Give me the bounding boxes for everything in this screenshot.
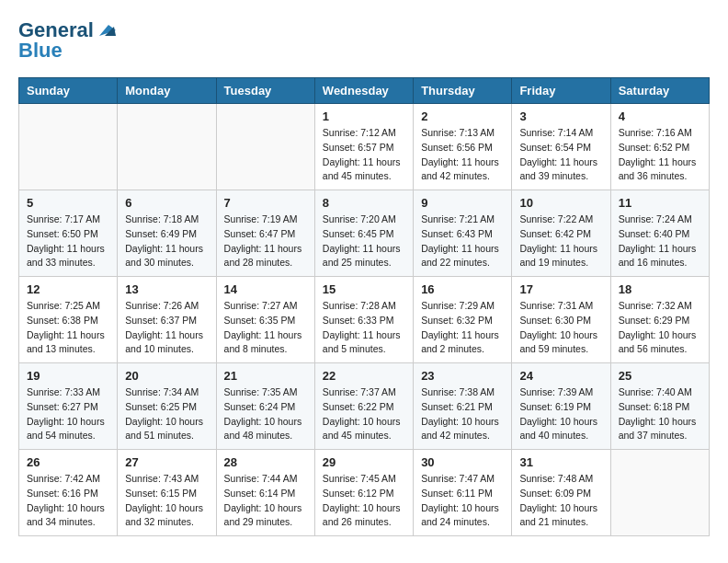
calendar-cell: 27Sunrise: 7:43 AM Sunset: 6:15 PM Dayli… — [118, 450, 216, 536]
day-header-monday: Monday — [118, 78, 216, 104]
calendar-cell: 17Sunrise: 7:31 AM Sunset: 6:30 PM Dayli… — [512, 277, 610, 363]
day-number: 28 — [224, 455, 307, 469]
day-number: 12 — [27, 282, 109, 296]
calendar-cell: 2Sunrise: 7:13 AM Sunset: 6:56 PM Daylig… — [414, 104, 512, 190]
calendar-cell: 13Sunrise: 7:26 AM Sunset: 6:37 PM Dayli… — [118, 277, 216, 363]
day-number: 19 — [27, 369, 109, 383]
day-info: Sunrise: 7:13 AM Sunset: 6:56 PM Dayligh… — [421, 126, 504, 184]
calendar-cell: 24Sunrise: 7:39 AM Sunset: 6:19 PM Dayli… — [512, 363, 610, 450]
calendar-cell: 16Sunrise: 7:29 AM Sunset: 6:32 PM Dayli… — [414, 277, 512, 363]
day-number: 22 — [323, 369, 405, 383]
day-info: Sunrise: 7:26 AM Sunset: 6:37 PM Dayligh… — [125, 299, 208, 357]
day-number: 24 — [519, 369, 602, 383]
day-number: 7 — [224, 196, 307, 210]
day-info: Sunrise: 7:24 AM Sunset: 6:40 PM Dayligh… — [619, 213, 701, 270]
calendar-cell: 19Sunrise: 7:33 AM Sunset: 6:27 PM Dayli… — [19, 363, 118, 450]
day-info: Sunrise: 7:42 AM Sunset: 6:16 PM Dayligh… — [27, 472, 109, 530]
day-number: 5 — [27, 196, 109, 210]
calendar-cell: 3Sunrise: 7:14 AM Sunset: 6:54 PM Daylig… — [512, 104, 610, 190]
day-info: Sunrise: 7:20 AM Sunset: 6:45 PM Dayligh… — [323, 213, 405, 270]
calendar-cell: 4Sunrise: 7:16 AM Sunset: 6:52 PM Daylig… — [610, 104, 709, 190]
calendar-cell — [118, 104, 216, 190]
day-number: 13 — [125, 282, 208, 296]
calendar-cell: 5Sunrise: 7:17 AM Sunset: 6:50 PM Daylig… — [19, 190, 118, 277]
day-info: Sunrise: 7:48 AM Sunset: 6:09 PM Dayligh… — [519, 472, 602, 530]
calendar-cell: 11Sunrise: 7:24 AM Sunset: 6:40 PM Dayli… — [610, 190, 709, 277]
day-info: Sunrise: 7:19 AM Sunset: 6:47 PM Dayligh… — [224, 213, 307, 270]
day-number: 15 — [323, 282, 405, 296]
calendar-cell: 9Sunrise: 7:21 AM Sunset: 6:43 PM Daylig… — [414, 190, 512, 277]
day-number: 20 — [125, 369, 208, 383]
calendar-cell: 12Sunrise: 7:25 AM Sunset: 6:38 PM Dayli… — [19, 277, 118, 363]
day-info: Sunrise: 7:32 AM Sunset: 6:29 PM Dayligh… — [619, 299, 701, 357]
day-header-friday: Friday — [512, 78, 610, 104]
day-header-saturday: Saturday — [610, 78, 709, 104]
day-number: 10 — [519, 196, 602, 210]
calendar-cell — [216, 104, 314, 190]
day-number: 8 — [323, 196, 405, 210]
calendar-week-3: 12Sunrise: 7:25 AM Sunset: 6:38 PM Dayli… — [19, 277, 710, 363]
day-header-sunday: Sunday — [19, 78, 118, 104]
day-info: Sunrise: 7:34 AM Sunset: 6:25 PM Dayligh… — [125, 385, 208, 443]
calendar-week-2: 5Sunrise: 7:17 AM Sunset: 6:50 PM Daylig… — [19, 190, 710, 277]
day-info: Sunrise: 7:33 AM Sunset: 6:27 PM Dayligh… — [27, 385, 109, 443]
calendar-week-5: 26Sunrise: 7:42 AM Sunset: 6:16 PM Dayli… — [19, 450, 710, 536]
day-info: Sunrise: 7:27 AM Sunset: 6:35 PM Dayligh… — [224, 299, 307, 357]
day-info: Sunrise: 7:44 AM Sunset: 6:14 PM Dayligh… — [224, 472, 307, 530]
calendar-cell: 23Sunrise: 7:38 AM Sunset: 6:21 PM Dayli… — [414, 363, 512, 450]
calendar-cell: 21Sunrise: 7:35 AM Sunset: 6:24 PM Dayli… — [216, 363, 314, 450]
calendar-cell: 1Sunrise: 7:12 AM Sunset: 6:57 PM Daylig… — [314, 104, 413, 190]
calendar-cell: 31Sunrise: 7:48 AM Sunset: 6:09 PM Dayli… — [512, 450, 610, 536]
day-header-thursday: Thursday — [414, 78, 512, 104]
day-number: 25 — [619, 369, 701, 383]
calendar-week-4: 19Sunrise: 7:33 AM Sunset: 6:27 PM Dayli… — [19, 363, 710, 450]
day-number: 29 — [323, 455, 405, 469]
day-info: Sunrise: 7:45 AM Sunset: 6:12 PM Dayligh… — [323, 472, 405, 530]
day-info: Sunrise: 7:38 AM Sunset: 6:21 PM Dayligh… — [421, 385, 504, 443]
logo: General Blue — [18, 18, 116, 63]
day-info: Sunrise: 7:12 AM Sunset: 6:57 PM Dayligh… — [323, 126, 405, 184]
day-info: Sunrise: 7:17 AM Sunset: 6:50 PM Dayligh… — [27, 213, 109, 270]
day-info: Sunrise: 7:37 AM Sunset: 6:22 PM Dayligh… — [323, 385, 405, 443]
calendar-cell: 15Sunrise: 7:28 AM Sunset: 6:33 PM Dayli… — [314, 277, 413, 363]
calendar-cell: 28Sunrise: 7:44 AM Sunset: 6:14 PM Dayli… — [216, 450, 314, 536]
logo-icon — [96, 23, 116, 38]
day-header-tuesday: Tuesday — [216, 78, 314, 104]
calendar-cell: 8Sunrise: 7:20 AM Sunset: 6:45 PM Daylig… — [314, 190, 413, 277]
day-info: Sunrise: 7:35 AM Sunset: 6:24 PM Dayligh… — [224, 385, 307, 443]
calendar-cell: 22Sunrise: 7:37 AM Sunset: 6:22 PM Dayli… — [314, 363, 413, 450]
day-number: 18 — [619, 282, 701, 296]
page-header: General Blue — [18, 18, 710, 63]
day-number: 14 — [224, 282, 307, 296]
day-number: 1 — [323, 109, 405, 123]
day-number: 9 — [421, 196, 504, 210]
calendar-table: SundayMondayTuesdayWednesdayThursdayFrid… — [18, 77, 710, 536]
day-info: Sunrise: 7:21 AM Sunset: 6:43 PM Dayligh… — [421, 213, 504, 270]
calendar-header-row: SundayMondayTuesdayWednesdayThursdayFrid… — [19, 78, 710, 104]
calendar-cell: 6Sunrise: 7:18 AM Sunset: 6:49 PM Daylig… — [118, 190, 216, 277]
day-info: Sunrise: 7:22 AM Sunset: 6:42 PM Dayligh… — [519, 213, 602, 270]
day-number: 2 — [421, 109, 504, 123]
day-number: 21 — [224, 369, 307, 383]
calendar-cell: 20Sunrise: 7:34 AM Sunset: 6:25 PM Dayli… — [118, 363, 216, 450]
day-info: Sunrise: 7:43 AM Sunset: 6:15 PM Dayligh… — [125, 472, 208, 530]
calendar-cell: 25Sunrise: 7:40 AM Sunset: 6:18 PM Dayli… — [610, 363, 709, 450]
day-number: 6 — [125, 196, 208, 210]
day-info: Sunrise: 7:28 AM Sunset: 6:33 PM Dayligh… — [323, 299, 405, 357]
day-number: 3 — [519, 109, 602, 123]
day-number: 26 — [27, 455, 109, 469]
day-info: Sunrise: 7:25 AM Sunset: 6:38 PM Dayligh… — [27, 299, 109, 357]
calendar-cell: 14Sunrise: 7:27 AM Sunset: 6:35 PM Dayli… — [216, 277, 314, 363]
day-number: 27 — [125, 455, 208, 469]
calendar-cell: 18Sunrise: 7:32 AM Sunset: 6:29 PM Dayli… — [610, 277, 709, 363]
calendar-cell: 7Sunrise: 7:19 AM Sunset: 6:47 PM Daylig… — [216, 190, 314, 277]
calendar-cell: 30Sunrise: 7:47 AM Sunset: 6:11 PM Dayli… — [414, 450, 512, 536]
day-info: Sunrise: 7:18 AM Sunset: 6:49 PM Dayligh… — [125, 213, 208, 270]
calendar-cell: 26Sunrise: 7:42 AM Sunset: 6:16 PM Dayli… — [19, 450, 118, 536]
day-number: 30 — [421, 455, 504, 469]
calendar-cell — [19, 104, 118, 190]
calendar-week-1: 1Sunrise: 7:12 AM Sunset: 6:57 PM Daylig… — [19, 104, 710, 190]
day-number: 11 — [619, 196, 701, 210]
day-info: Sunrise: 7:47 AM Sunset: 6:11 PM Dayligh… — [421, 472, 504, 530]
calendar-cell: 10Sunrise: 7:22 AM Sunset: 6:42 PM Dayli… — [512, 190, 610, 277]
